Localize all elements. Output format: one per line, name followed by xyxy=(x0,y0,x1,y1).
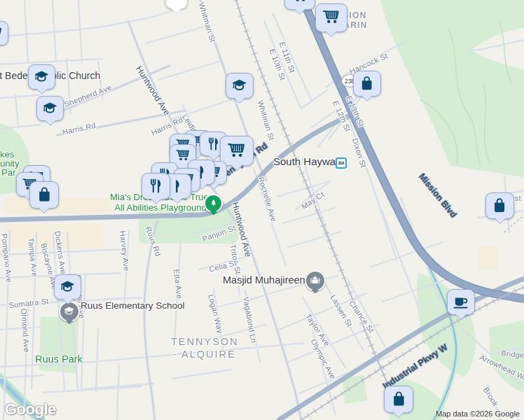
neighborhood-label-alquire: - ALQUIRE xyxy=(173,349,236,360)
poi-label-weekes-frag3: Par xyxy=(1,167,15,178)
poi-pin-school-stbede-1[interactable] xyxy=(28,64,55,90)
shopping-cart-icon xyxy=(320,8,343,27)
graduation-cap-icon xyxy=(230,77,249,94)
bart-station-icon[interactable]: ba xyxy=(336,158,347,169)
coffee-cup-icon xyxy=(451,293,470,311)
graduation-cap-icon xyxy=(32,69,51,85)
google-map-viewport[interactable]: Whitman St Whitman St E 11th St E 10th S… xyxy=(0,0,524,420)
shopping-cart-icon xyxy=(225,141,248,162)
shopping-bag-icon xyxy=(34,186,55,204)
poi-pin-grocery-cluster-big[interactable] xyxy=(220,136,254,166)
neighborhood-label-tennyson: TENNYSON xyxy=(171,336,239,347)
poi-pin-school-stbede-2[interactable] xyxy=(36,96,64,121)
mosque-poi-circle[interactable] xyxy=(305,270,326,291)
playground-tree-circle[interactable] xyxy=(204,194,223,213)
poi-pin-school-ruus[interactable] xyxy=(54,274,81,300)
garin-park-area xyxy=(380,0,524,177)
poi-pin-shopping-industrial[interactable] xyxy=(384,386,413,413)
poi-pin-shopping-238[interactable] xyxy=(353,71,381,97)
shopping-bag-icon xyxy=(490,197,509,215)
poi-label-ruus-elementary[interactable]: Ruus Elementary School xyxy=(81,300,185,311)
mosque-icon xyxy=(309,274,322,287)
graduation-cap-icon xyxy=(63,305,76,318)
shopping-bag-icon xyxy=(357,75,376,92)
poi-pin-grocery-edge-left[interactable] xyxy=(0,21,8,46)
poi-pin-generic-top[interactable] xyxy=(165,0,188,9)
poi-pin-coffee-industrial[interactable] xyxy=(447,289,475,315)
poi-pin-grocery-garin[interactable] xyxy=(315,4,347,32)
poi-label-ruus-park[interactable]: Ruus Park xyxy=(35,354,83,365)
school-poi-circle[interactable] xyxy=(59,301,80,322)
graduation-cap-icon xyxy=(41,100,60,117)
poi-pin-shopping-mission-east[interactable] xyxy=(485,192,514,219)
knife-icon xyxy=(167,178,186,195)
poi-pin-restaurant-front[interactable] xyxy=(142,173,170,200)
poi-label-south-hayward[interactable]: South Hayward xyxy=(273,155,345,167)
shopping-cart-icon xyxy=(0,25,4,42)
restaurant-icon xyxy=(146,177,165,195)
poi-pin-school-whitman[interactable] xyxy=(226,73,254,99)
tree-icon xyxy=(208,198,219,209)
poi-label-masjid-muhajireen[interactable]: Masjid Muhajireen xyxy=(223,274,305,286)
shopping-cart-icon xyxy=(289,0,310,6)
poi-pin-shopping-weekes[interactable] xyxy=(29,181,59,209)
google-logo[interactable]: Google xyxy=(5,400,56,419)
graduation-cap-icon xyxy=(58,279,77,295)
map-attribution: Map data ©2026 Google xyxy=(436,410,520,418)
poi-pin-grocery-top-partial[interactable] xyxy=(284,0,315,10)
shopping-bag-icon xyxy=(389,390,409,409)
